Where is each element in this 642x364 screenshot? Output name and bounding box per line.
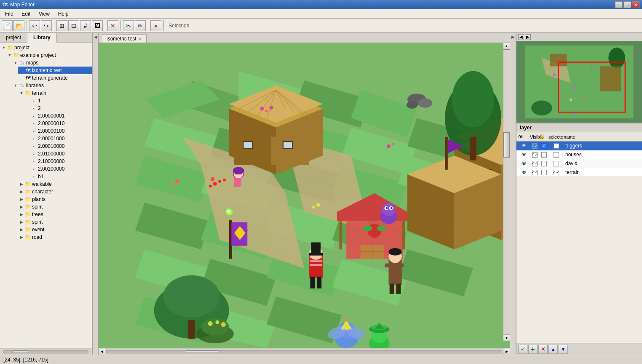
layer-vis-check-houses[interactable]: ✓ xyxy=(530,152,539,158)
sel-checkbox-david[interactable] xyxy=(554,161,559,166)
layer-row-david[interactable]: 👁 ✓ david xyxy=(516,159,642,168)
map-hscroll-left[interactable]: ◀ xyxy=(99,348,105,355)
tree-isometric-test[interactable]: 🗺 isometric test xyxy=(18,67,92,74)
maximize-button[interactable]: □ xyxy=(623,1,631,8)
tree-event[interactable]: ▶ 📁 event xyxy=(18,226,92,233)
right-panel-collapse-btn[interactable]: ▶ xyxy=(510,33,516,355)
tree-road[interactable]: ▶ 📁 road xyxy=(18,233,92,241)
tree-terrain[interactable]: ▼ 📁 terrain xyxy=(18,89,92,97)
layer-row-houses[interactable]: 👁 ✓ houses xyxy=(516,150,642,159)
map-canvas[interactable]: ▲ ▼ xyxy=(99,43,510,348)
tree-t2a[interactable]: ▪ 2.00000001 xyxy=(24,112,92,120)
menu-view[interactable]: View xyxy=(35,10,53,18)
lock-checkbox-houses[interactable] xyxy=(541,152,547,158)
expander-spirit[interactable]: ▶ xyxy=(19,204,24,210)
expander-maps[interactable]: ▼ xyxy=(13,60,19,66)
layer-sel-triggers[interactable] xyxy=(548,143,564,149)
tool1-button[interactable]: ✂ xyxy=(123,20,134,31)
expander-project[interactable]: ▼ xyxy=(1,45,7,51)
tree-spirit[interactable]: ▶ 📁 spirit xyxy=(18,203,92,211)
tab-library[interactable]: Library xyxy=(27,33,57,43)
tree-example-project[interactable]: ▼ 📁 example project xyxy=(6,51,92,59)
map-scrollbar-v[interactable]: ▲ ▼ xyxy=(503,43,510,341)
minimize-button[interactable]: ─ xyxy=(615,1,623,8)
tree-character[interactable]: ▶ 📁 character xyxy=(18,188,92,195)
close-x-button[interactable]: ✕ xyxy=(107,20,118,31)
tree-t1[interactable]: ▪ 1 xyxy=(24,97,92,104)
map-hscroll-thumb[interactable] xyxy=(186,351,219,353)
image-button[interactable]: 🖼 xyxy=(92,20,103,31)
layer-row-triggers[interactable]: 👁 ✓ triggers xyxy=(516,142,642,150)
sidebar-scroll-track[interactable] xyxy=(3,350,88,353)
tree-t2d[interactable]: ▪ 2.00001000 xyxy=(24,135,92,142)
tree-plants[interactable]: ▶ 📁 plants xyxy=(18,195,92,203)
sel-checkbox-terrain[interactable]: ✓ xyxy=(554,170,559,175)
grid-button-1[interactable]: ⊞ xyxy=(56,20,67,31)
tree-t2e[interactable]: ▪ 2.00010000 xyxy=(24,142,92,150)
expander-character[interactable]: ▶ xyxy=(19,189,24,195)
tree-trees[interactable]: ▶ 📁 trees xyxy=(18,211,92,218)
tree-t2f[interactable]: ▪ 2.01000000 xyxy=(24,150,92,158)
vis-checkbox-houses[interactable]: ✓ xyxy=(532,152,538,158)
sidebar-scroll-thumb[interactable] xyxy=(12,351,29,353)
minimap-nav-left[interactable]: ◀ xyxy=(518,34,524,40)
tab-project[interactable]: project xyxy=(0,33,27,43)
map-vscroll-thumb[interactable] xyxy=(503,132,510,158)
open-button[interactable]: 📂 xyxy=(13,20,24,31)
expander-example[interactable]: ▼ xyxy=(7,52,13,58)
map-tab-isometric[interactable]: isometric test ✕ xyxy=(102,34,147,43)
stamp-button[interactable]: ● xyxy=(150,20,161,31)
expander-plants[interactable]: ▶ xyxy=(19,196,24,202)
tree-tb1[interactable]: ▪ b1 xyxy=(24,173,92,180)
layer-add-btn[interactable]: + xyxy=(528,345,538,354)
lock-checkbox-terrain[interactable] xyxy=(541,170,547,175)
sidebar-collapse-btn[interactable]: ◀ xyxy=(93,33,99,355)
expander-event[interactable]: ▶ xyxy=(19,227,24,233)
vis-checkbox-david[interactable]: ✓ xyxy=(532,161,538,166)
vis-checkbox-terrain[interactable]: ✓ xyxy=(532,170,538,175)
lock-checkbox-triggers[interactable] xyxy=(541,143,547,149)
tree-libraries[interactable]: ▼ 🗂 libraries xyxy=(12,82,92,89)
menu-help[interactable]: Help xyxy=(55,10,72,18)
map-hscroll-track[interactable] xyxy=(106,350,502,353)
lock-checkbox-david[interactable] xyxy=(541,161,547,166)
layer-move-up-btn[interactable]: ▲ xyxy=(548,345,558,354)
map-hscroll-right[interactable]: ▶ xyxy=(503,348,510,355)
map-vscroll-up[interactable]: ▲ xyxy=(503,43,510,50)
layer-vis-check-triggers[interactable]: ✓ xyxy=(530,143,539,149)
new-file-button[interactable]: 📄 xyxy=(2,20,13,31)
expander-libraries[interactable]: ▼ xyxy=(13,83,19,88)
expander-walkable[interactable]: ▶ xyxy=(19,181,24,187)
hash-button[interactable]: # xyxy=(80,20,91,31)
expander-road[interactable]: ▶ xyxy=(19,234,24,240)
redo-button[interactable]: ↪ xyxy=(41,20,52,31)
expander-houses[interactable]: ▶ xyxy=(19,219,24,225)
tree-walkable[interactable]: ▶ 📁 walkable xyxy=(18,180,92,188)
map-tab-close[interactable]: ✕ xyxy=(138,36,142,42)
minimap[interactable] xyxy=(516,41,642,123)
layer-row-terrain[interactable]: 👁 ✓ ✓ terrain xyxy=(516,168,642,177)
menu-file[interactable]: File xyxy=(2,10,16,18)
tree-terrain-generate[interactable]: 🗺 terrain generate xyxy=(18,74,92,82)
sidebar-scrollbar-h[interactable] xyxy=(0,348,92,355)
tree-t2c[interactable]: ▪ 2.00000100 xyxy=(24,127,92,135)
grid-button-2[interactable]: ⊟ xyxy=(68,20,79,31)
tree-t2b[interactable]: ▪ 2.00000010 xyxy=(24,120,92,127)
sel-checkbox-triggers[interactable] xyxy=(554,143,559,149)
minimap-nav-right[interactable]: ▶ xyxy=(525,34,531,40)
layer-sel-houses[interactable] xyxy=(548,152,564,158)
undo-button[interactable]: ↩ xyxy=(29,20,40,31)
tool2-button[interactable]: ✏ xyxy=(135,20,146,31)
layer-sel-david[interactable] xyxy=(548,161,564,166)
layer-remove-btn[interactable]: ✕ xyxy=(538,345,548,354)
expander-terrain[interactable]: ▼ xyxy=(19,90,24,96)
sel-checkbox-houses[interactable] xyxy=(554,152,559,158)
close-button[interactable]: ✕ xyxy=(632,1,639,8)
layer-vis-check-terrain[interactable]: ✓ xyxy=(530,170,539,175)
layer-check-all-btn[interactable]: ✓ xyxy=(518,345,527,354)
map-scrollbar-h[interactable]: ◀ ▶ xyxy=(99,348,510,355)
menu-edit[interactable]: Edit xyxy=(18,10,34,18)
layer-move-down-btn[interactable]: ▼ xyxy=(559,345,568,354)
layer-vis-check-david[interactable]: ✓ xyxy=(530,161,539,166)
tree-t2g[interactable]: ▪ 2.10000000 xyxy=(24,158,92,165)
